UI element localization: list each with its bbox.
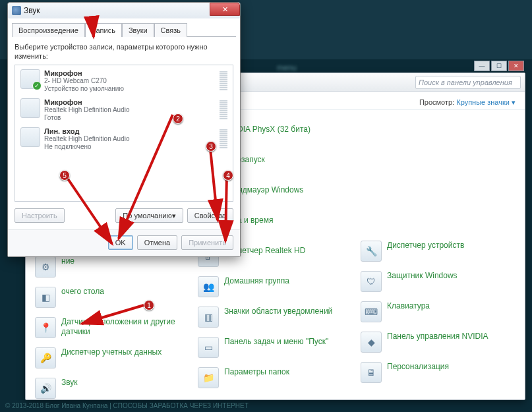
- apply-button[interactable]: Применить: [181, 235, 233, 250]
- view-label: Просмотр:: [419, 98, 454, 106]
- cancel-button[interactable]: Отмена: [137, 235, 177, 250]
- search-input[interactable]: Поиск в панели управления: [415, 76, 521, 89]
- cp-item-icon: 👥: [198, 276, 219, 297]
- cp-item-icon: ◆: [361, 332, 382, 353]
- cp-item-label: Параметры папок: [224, 367, 289, 377]
- device-icon: ✓: [20, 69, 40, 89]
- cp-item-label: ние: [61, 256, 74, 266]
- device-buttons-row: Настроить По умолчанию ▾ Свойства: [15, 202, 233, 223]
- dialog-hint: Выберите устройство записи, параметры ко…: [15, 42, 233, 61]
- dialog-close-button[interactable]: ✕: [210, 3, 240, 16]
- dialog-bottom-buttons: OK Отмена Применить: [8, 229, 240, 256]
- default-check-icon: ✓: [32, 81, 42, 90]
- cp-item[interactable]: 📍 Датчик расположения и другие датчики: [32, 313, 192, 342]
- cp-item[interactable]: 🖥 Персонализация: [358, 358, 518, 387]
- level-meter: [220, 127, 227, 148]
- dialog-titlebar[interactable]: Звук ✕: [8, 3, 240, 18]
- device-text: Лин. вход Realtek High Definition Audio …: [44, 127, 216, 151]
- device-row[interactable]: Микрофон Realtek High Definition Audio Г…: [16, 96, 231, 125]
- properties-button[interactable]: Свойства: [187, 208, 233, 223]
- dialog-title-text: Звук: [24, 6, 40, 15]
- cp-item[interactable]: 🔧 Диспетчер устройств: [358, 237, 518, 266]
- cp-item-label: Диспетчер устройств: [387, 241, 464, 250]
- minimize-button[interactable]: —: [474, 61, 490, 71]
- search-placeholder: Поиск в панели управления: [419, 78, 512, 86]
- cp-item[interactable]: 🔊 Звук: [32, 374, 192, 399]
- cp-item[interactable]: 🛡 Защитник Windows: [358, 267, 518, 296]
- cp-item-label: Панель управления NVIDIA: [387, 332, 488, 341]
- dialog-tabs: ВоспроизведениеЗаписьЗвукиСвязь: [8, 18, 240, 36]
- device-icon: [20, 127, 40, 147]
- sound-dialog: Звук ✕ ВоспроизведениеЗаписьЗвукиСвязь В…: [7, 2, 241, 257]
- cp-item-icon: 📁: [198, 367, 219, 388]
- tab-воспроизведение[interactable]: Воспроизведение: [12, 23, 85, 37]
- cp-item-icon: 🛡: [361, 271, 382, 292]
- cp-item-label: Звук: [61, 378, 78, 388]
- configure-button[interactable]: Настроить: [15, 208, 65, 223]
- tab-звуки[interactable]: Звуки: [122, 23, 154, 37]
- maximize-button[interactable]: ☐: [491, 61, 507, 71]
- device-row[interactable]: Лин. вход Realtek High Definition Audio …: [16, 125, 231, 154]
- cp-item-label: Домашняя группа: [224, 276, 289, 286]
- dialog-body: Выберите устройство записи, параметры ко…: [8, 37, 240, 229]
- cp-item[interactable]: ▥ Значки области уведомлений: [195, 303, 355, 332]
- level-meter: [220, 69, 227, 90]
- cp-item-icon: 📍: [35, 317, 56, 338]
- level-meter: [220, 98, 227, 119]
- cp-col-3: 🔧 Диспетчер устройств🛡 Защитник Windows⌨…: [358, 237, 518, 399]
- cp-item[interactable]: ◧ очего стола: [32, 283, 192, 312]
- cp-item-icon: ◧: [35, 287, 56, 308]
- cp-item-icon: ⚙: [35, 256, 56, 278]
- tab-запись[interactable]: Запись: [85, 23, 122, 37]
- tab-связь[interactable]: Связь: [154, 23, 187, 37]
- cp-item[interactable]: 👥 Домашняя группа: [195, 272, 355, 301]
- cp-item-icon: ⌨: [361, 301, 382, 322]
- device-row[interactable]: ✓ Микрофон 2- HD Webcam C270 Устройство …: [16, 67, 231, 96]
- cp-item-label: Значки области уведомлений: [224, 307, 332, 316]
- cp-item-label: Датчик расположения и другие датчики: [61, 317, 190, 337]
- cp-item-label: Защитник Windows: [387, 271, 458, 281]
- cp-item-icon: 🔧: [361, 241, 382, 262]
- cp-item-label: Клавиатура: [387, 301, 430, 311]
- window-controls: — ☐ ✕: [474, 61, 524, 71]
- cp-item-icon: ▭: [198, 337, 219, 358]
- cp-item-label: очего стола: [61, 287, 104, 297]
- cp-item-icon: 🖥: [361, 362, 382, 383]
- cp-item[interactable]: ⌨ Клавиатура: [358, 297, 518, 326]
- device-text: Микрофон Realtek High Definition Audio Г…: [44, 98, 216, 122]
- view-mode-link[interactable]: Крупные значки ▾: [456, 98, 516, 106]
- cp-item-label: Диспетчер учетных данных: [61, 347, 162, 357]
- cp-item-label: Персонализация: [387, 362, 449, 372]
- cp-item-icon: ▥: [198, 307, 219, 328]
- cp-item-icon: 🔊: [35, 378, 56, 399]
- device-list[interactable]: ✓ Микрофон 2- HD Webcam C270 Устройство …: [15, 65, 233, 202]
- cp-item[interactable]: 🔑 Диспетчер учетных данных: [32, 343, 192, 372]
- blur-text: menu: [277, 63, 297, 73]
- device-text: Микрофон 2- HD Webcam C270 Устройство по…: [44, 69, 216, 93]
- cp-item[interactable]: ▭ Панель задач и меню "Пуск": [195, 333, 355, 362]
- ok-button[interactable]: OK: [108, 235, 133, 250]
- cp-item[interactable]: 📁 Параметры папок: [195, 363, 355, 392]
- device-icon: [20, 98, 40, 118]
- cp-item-label: Панель задач и меню "Пуск": [224, 337, 328, 347]
- close-button[interactable]: ✕: [508, 61, 524, 71]
- cp-item[interactable]: ◆ Панель управления NVIDIA: [358, 328, 518, 357]
- cp-item-icon: 🔑: [35, 347, 56, 368]
- footer-text: © 2013-2018 Блог Ивана Кунпана | СПОСОБЫ…: [5, 402, 249, 409]
- speaker-icon: [12, 6, 21, 15]
- default-button[interactable]: По умолчанию ▾: [115, 208, 183, 223]
